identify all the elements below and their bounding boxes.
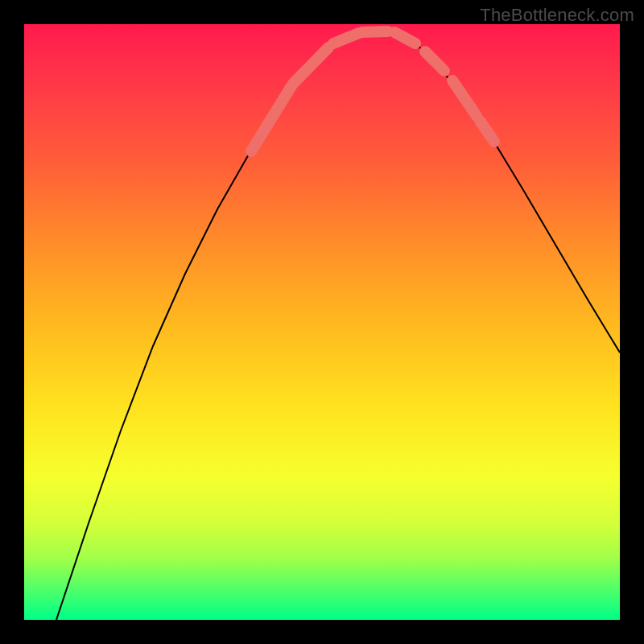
chart-svg	[24, 24, 620, 620]
curve-line	[56, 31, 620, 620]
chart-frame: TheBottleneck.com	[0, 0, 644, 644]
highlight-segment	[452, 80, 477, 116]
plot-area	[24, 24, 620, 620]
highlight-segment	[362, 31, 388, 32]
highlight-segment	[425, 52, 444, 71]
attribution-label: TheBottleneck.com	[480, 5, 634, 26]
highlight-segment	[394, 32, 415, 43]
highlight-segment	[333, 33, 359, 43]
highlight-segment	[251, 86, 291, 151]
highlight-segment	[480, 121, 494, 142]
highlight-segment	[293, 47, 328, 84]
